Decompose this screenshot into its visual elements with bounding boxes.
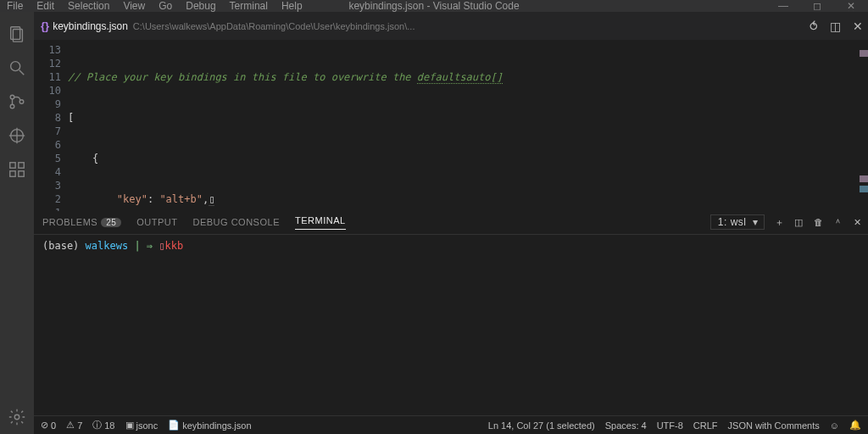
status-errors[interactable]: ⊘0 (41, 420, 56, 431)
svg-point-5 (10, 104, 14, 108)
tab-terminal[interactable]: TERMINAL (295, 215, 346, 230)
menu-go[interactable]: Go (152, 0, 179, 12)
status-info[interactable]: ⓘ18 (92, 419, 114, 431)
status-indent[interactable]: Spaces: 4 (605, 420, 647, 431)
terminal-body[interactable]: (base) walkews | ⇒ ▯kkb (34, 235, 868, 416)
close-panel-icon[interactable]: ✕ (854, 217, 862, 228)
new-terminal-icon[interactable]: ＋ (775, 216, 785, 229)
editor-tab-bar: {} keybindings.json C:\Users\walkews\App… (34, 12, 868, 40)
menu-help[interactable]: Help (275, 0, 309, 12)
svg-rect-13 (19, 171, 24, 176)
panel-tabs: PROBLEMS25 OUTPUT DEBUG CONSOLE TERMINAL… (34, 211, 868, 235)
notifications-icon[interactable]: 🔔 (849, 420, 861, 431)
terminal-input[interactable]: kkb (165, 240, 184, 252)
terminal-prefix: (base) (42, 240, 86, 252)
kill-terminal-icon[interactable]: 🗑 (814, 217, 824, 227)
split-terminal-icon[interactable]: ◫ (794, 217, 804, 228)
svg-rect-10 (10, 163, 15, 168)
minimize-icon[interactable]: — (766, 0, 800, 12)
svg-rect-11 (19, 163, 24, 168)
svg-point-14 (14, 415, 19, 420)
problems-badge: 25 (101, 218, 121, 227)
menu-edit[interactable]: Edit (30, 0, 61, 12)
tab-output[interactable]: OUTPUT (136, 217, 177, 227)
menu-selection[interactable]: Selection (61, 0, 116, 12)
menu-terminal[interactable]: Terminal (223, 0, 275, 12)
explorer-icon[interactable] (0, 17, 34, 51)
status-language[interactable]: JSON with Comments (728, 420, 820, 431)
status-lang-icon[interactable]: ▣ jsonc (125, 420, 159, 431)
status-open-file[interactable]: 📄 keybindings.json (168, 420, 251, 431)
split-editor-icon[interactable]: ◫ (830, 19, 841, 33)
maximize-icon[interactable]: ◻ (800, 0, 834, 12)
search-icon[interactable] (0, 51, 34, 85)
menu-bar: File Edit Selection View Go Debug Termin… (0, 0, 868, 12)
menu-debug[interactable]: Debug (179, 0, 222, 12)
tab-debug-console[interactable]: DEBUG CONSOLE (193, 217, 280, 227)
line-gutter: 131211 1098 765 432 114 123 (34, 40, 68, 211)
debug-icon[interactable] (0, 119, 34, 153)
scrollbar[interactable] (858, 40, 868, 211)
menu-file[interactable]: File (0, 0, 30, 12)
status-cursor[interactable]: Ln 14, Col 27 (1 selected) (488, 420, 595, 431)
tab-problems[interactable]: PROBLEMS25 (42, 217, 121, 227)
braces-icon: {} (41, 19, 49, 32)
tab-path: C:\Users\walkews\AppData\Roaming\Code\Us… (133, 21, 415, 31)
code-editor[interactable]: 131211 1098 765 432 114 123 // Place you… (34, 40, 868, 211)
svg-point-6 (19, 100, 24, 104)
close-tab-icon[interactable]: ✕ (853, 19, 863, 33)
open-keybindings-icon[interactable]: ⥀ (810, 19, 818, 33)
terminal-user: walkews (86, 240, 129, 252)
feedback-icon[interactable]: ☺ (830, 420, 839, 431)
extensions-icon[interactable] (0, 153, 34, 186)
gear-icon[interactable] (0, 400, 34, 434)
status-warnings[interactable]: ⚠7 (66, 420, 82, 431)
status-encoding[interactable]: UTF-8 (657, 420, 683, 431)
status-eol[interactable]: CRLF (693, 420, 718, 431)
tab-filename[interactable]: keybindings.json (53, 20, 128, 32)
svg-point-2 (11, 62, 20, 71)
activity-bar (0, 12, 34, 434)
status-bar: ⊘0 ⚠7 ⓘ18 ▣ jsonc 📄 keybindings.json Ln … (34, 415, 868, 434)
close-icon[interactable]: ✕ (834, 0, 868, 12)
svg-point-4 (10, 95, 14, 99)
menu-view[interactable]: View (116, 0, 152, 12)
svg-rect-12 (10, 171, 15, 176)
terminal-selector[interactable]: 1: wsl (710, 214, 765, 230)
svg-line-3 (19, 70, 25, 75)
source-control-icon[interactable] (0, 85, 34, 119)
maximize-panel-icon[interactable]: ＾ (833, 216, 843, 229)
